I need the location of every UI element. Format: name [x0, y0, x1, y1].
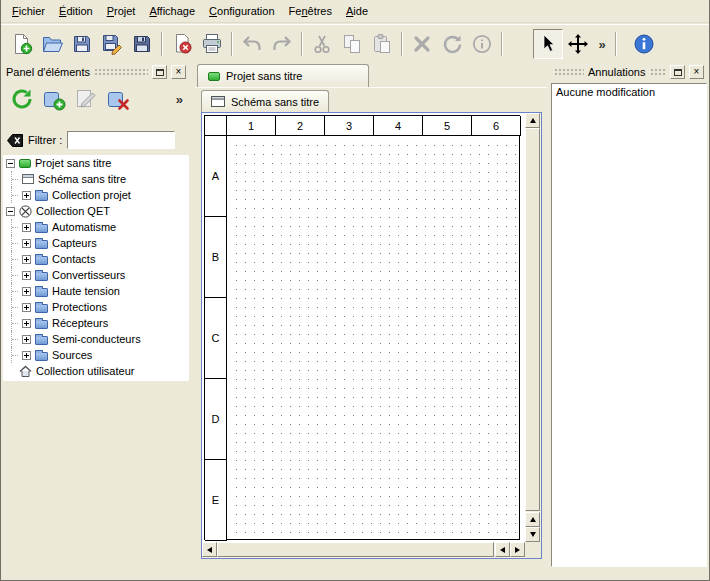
close-dock-button[interactable]: × — [689, 65, 704, 79]
new-element-button[interactable] — [39, 84, 69, 114]
copy-button[interactable] — [337, 29, 367, 59]
scroll-up-button[interactable] — [525, 512, 540, 527]
open-project-button[interactable] — [37, 29, 67, 59]
filter-label: Filtrer : — [28, 134, 62, 146]
print-button[interactable] — [197, 29, 227, 59]
undo-list-item[interactable]: Aucune modification — [552, 84, 706, 100]
delete-element-button[interactable] — [103, 84, 133, 114]
tree-item-projet-sans-titre[interactable]: Projet sans titre — [3, 155, 189, 171]
elements-panel-titlebar[interactable]: Panel d'éléments × — [3, 64, 189, 80]
menu-fichier[interactable]: Fichier — [5, 1, 52, 21]
cut-button[interactable] — [307, 29, 337, 59]
horizontal-scrollbar[interactable] — [202, 542, 525, 558]
elements-tree[interactable]: Projet sans titre Schéma sans titre Coll… — [3, 155, 189, 381]
menu-edition[interactable]: Édition — [52, 1, 100, 21]
menu-configuration[interactable]: Configuration — [202, 1, 281, 21]
edit-element-button[interactable] — [71, 84, 101, 114]
expand-icon[interactable] — [22, 255, 31, 264]
rotate-button[interactable] — [437, 29, 467, 59]
undo-button[interactable] — [237, 29, 267, 59]
menu-fenetres[interactable]: Fenêtres — [282, 1, 339, 21]
dock-grip[interactable] — [650, 68, 667, 76]
expand-icon[interactable] — [22, 319, 31, 328]
reload-icon — [10, 87, 34, 111]
save-as-button[interactable] — [97, 29, 127, 59]
expand-icon[interactable] — [22, 335, 31, 344]
undo-history-list[interactable]: Aucune modification — [551, 83, 707, 567]
reload-collections-button[interactable] — [7, 84, 37, 114]
save-button[interactable] — [67, 29, 97, 59]
expand-icon[interactable] — [22, 223, 31, 232]
qet-collection-icon — [19, 205, 32, 218]
tree-item-contacts[interactable]: Contacts — [3, 251, 189, 267]
folder-icon — [35, 304, 48, 313]
scroll-up-button[interactable] — [525, 113, 540, 128]
undo-panel-titlebar[interactable]: Annulations × — [551, 64, 707, 80]
select-tool-button[interactable] — [533, 29, 563, 59]
tree-item-semi-conducteurs[interactable]: Semi-conducteurs — [3, 331, 189, 347]
tree-item-automatisme[interactable]: Automatisme — [3, 219, 189, 235]
expand-icon[interactable] — [22, 239, 31, 248]
expand-icon[interactable] — [22, 287, 31, 296]
tree-item-collection-utilisateur[interactable]: Collection utilisateur — [3, 363, 189, 379]
schema-viewport[interactable]: 1 2 3 4 5 6 A B C D E — [202, 113, 525, 542]
paste-button[interactable] — [367, 29, 397, 59]
cursor-icon — [537, 33, 559, 55]
tree-item-haute-tension[interactable]: Haute tension — [3, 283, 189, 299]
save-all-button[interactable] — [127, 29, 157, 59]
float-dock-button[interactable] — [670, 65, 685, 79]
delete-element-icon — [106, 87, 130, 111]
scroll-right-button[interactable] — [510, 542, 525, 557]
clear-filter-button[interactable] — [7, 134, 23, 147]
tree-item-schema-sans-titre[interactable]: Schéma sans titre — [3, 171, 189, 187]
copy-icon — [341, 33, 363, 55]
move-tool-button[interactable] — [563, 29, 593, 59]
dock-grip[interactable] — [94, 68, 148, 76]
panel-overflow-button[interactable]: » — [176, 92, 183, 107]
filter-input[interactable] — [67, 131, 175, 149]
scroll-down-button[interactable] — [525, 527, 540, 542]
vertical-scroll-thumb[interactable] — [525, 128, 540, 511]
horizontal-scroll-thumb[interactable] — [217, 542, 494, 557]
edit-info-button[interactable] — [467, 29, 497, 59]
undo-panel-dock: Annulations × Aucune modification — [549, 63, 709, 567]
new-document-button[interactable] — [7, 29, 37, 59]
tree-item-collection-qet[interactable]: Collection QET — [3, 203, 189, 219]
undo-panel-title: Annulations — [588, 66, 646, 78]
toolbar-overflow-button[interactable]: » — [593, 29, 611, 59]
scroll-left-button[interactable] — [495, 542, 510, 557]
tree-item-capteurs[interactable]: Capteurs — [3, 235, 189, 251]
folder-icon — [35, 352, 48, 361]
delete-button[interactable] — [407, 29, 437, 59]
vertical-scrollbar[interactable] — [525, 113, 541, 542]
expand-icon[interactable] — [22, 303, 31, 312]
menu-projet[interactable]: Projet — [100, 1, 143, 21]
expand-icon[interactable] — [22, 271, 31, 280]
tree-item-convertisseurs[interactable]: Convertisseurs — [3, 267, 189, 283]
redo-button[interactable] — [267, 29, 297, 59]
drawing-grid[interactable] — [228, 137, 519, 539]
tree-item-sources[interactable]: Sources — [3, 347, 189, 363]
expand-icon[interactable] — [22, 191, 31, 200]
about-button[interactable] — [629, 29, 659, 59]
about-icon — [633, 33, 655, 55]
close-dock-button[interactable]: × — [171, 65, 186, 79]
collapse-icon[interactable] — [6, 159, 15, 168]
tree-item-recepteurs[interactable]: Récepteurs — [3, 315, 189, 331]
tab-projet-sans-titre[interactable]: Projet sans titre — [197, 64, 369, 87]
dock-grip[interactable] — [554, 68, 584, 76]
close-file-button[interactable] — [167, 29, 197, 59]
schema-icon — [22, 174, 34, 184]
tree-item-protections[interactable]: Protections — [3, 299, 189, 315]
collapse-icon[interactable] — [6, 207, 15, 216]
menu-aide[interactable]: Aide — [339, 1, 375, 21]
row-header: B — [205, 217, 227, 298]
float-dock-button[interactable] — [152, 65, 167, 79]
tree-item-collection-projet[interactable]: Collection projet — [3, 187, 189, 203]
tab-schema-sans-titre[interactable]: Schéma sans titre — [201, 90, 329, 112]
toolbar-separator — [615, 32, 617, 56]
menu-affichage[interactable]: Affichage — [142, 1, 202, 21]
expand-icon[interactable] — [22, 351, 31, 360]
scroll-left-button[interactable] — [202, 542, 217, 557]
column-header: 4 — [374, 116, 423, 136]
